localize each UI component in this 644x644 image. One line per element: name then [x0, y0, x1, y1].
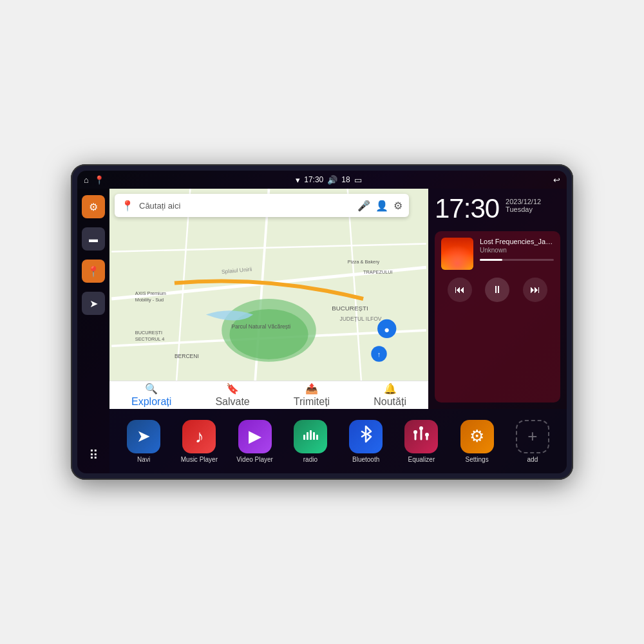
- album-art-bg: [441, 238, 473, 270]
- next-icon: ⏭: [530, 284, 540, 296]
- navi-icon: ➤: [137, 426, 151, 446]
- album-art: [441, 238, 473, 270]
- svg-point-35: [425, 433, 429, 437]
- app-video-player[interactable]: ▶ Video Player: [232, 420, 278, 463]
- app-equalizer[interactable]: Equalizer: [399, 420, 444, 463]
- app-settings[interactable]: ⚙ Settings: [455, 420, 500, 463]
- app-music-player[interactable]: ♪ Music Player: [176, 420, 222, 463]
- volume-icon: 🔊: [327, 175, 337, 185]
- back-icon[interactable]: ↩: [553, 175, 560, 185]
- map-panel[interactable]: Splaiul Unirii Parcul Natural Văcărești …: [109, 189, 428, 409]
- map-saved-btn[interactable]: 🔖 Salvate: [215, 383, 249, 408]
- battery-icon: ▭: [354, 175, 362, 185]
- equalizer-icon: [412, 425, 430, 448]
- prev-icon: ⏮: [455, 284, 465, 296]
- bluetooth-icon-bg: [349, 420, 383, 453]
- main-content: ⚙ ▬ 📍 ➤ ⠿: [77, 189, 567, 473]
- app-add[interactable]: + add: [510, 420, 555, 463]
- app-navi[interactable]: ➤ Navi: [121, 420, 166, 463]
- svg-text:SECTORUL 4: SECTORUL 4: [135, 336, 165, 342]
- navigation-icon: ➤: [90, 298, 98, 310]
- svg-text:Parcul Natural Văcărești: Parcul Natural Văcărești: [231, 323, 290, 330]
- settings-gear-icon: ⚙: [469, 426, 484, 446]
- clock-area: 17:30 2023/12/12 Tuesday: [435, 195, 560, 222]
- svg-text:●: ●: [384, 325, 390, 335]
- gear-icon: ⚙: [89, 201, 98, 213]
- map-explore-btn[interactable]: 🔍 Explorați: [131, 383, 171, 408]
- svg-text:AXIS Premium: AXIS Premium: [135, 290, 166, 296]
- svg-rect-28: [313, 432, 315, 440]
- music-controls: ⏮ ⏸ ⏭: [441, 278, 554, 302]
- map-search-actions: 🎤 👤 ⚙: [357, 200, 402, 212]
- add-icon: +: [527, 426, 537, 446]
- status-center: ▾ 17:30 🔊 18 ▭: [296, 175, 361, 185]
- svg-text:JUDEȚUL ILFOV: JUDEȚUL ILFOV: [339, 316, 381, 322]
- files-icon: ▬: [89, 234, 98, 244]
- next-track-btn[interactable]: ⏭: [523, 278, 547, 302]
- prev-track-btn[interactable]: ⏮: [448, 278, 472, 302]
- mic-icon[interactable]: 🎤: [357, 200, 370, 212]
- radio-wave-icon: [301, 426, 319, 448]
- map-search-placeholder[interactable]: Căutați aici: [139, 201, 352, 211]
- navi-label: Navi: [137, 456, 150, 463]
- status-right-icons: ↩: [553, 175, 560, 185]
- sidebar-files-btn[interactable]: ▬: [82, 227, 105, 251]
- settings-map-icon[interactable]: ⚙: [393, 200, 402, 212]
- music-player-label: Music Player: [181, 456, 218, 463]
- day-text: Tuesday: [506, 205, 541, 213]
- account-icon[interactable]: 👤: [375, 200, 388, 212]
- svg-text:BUCUREȘTI: BUCUREȘTI: [135, 330, 162, 336]
- map-share-btn[interactable]: 📤 Trimiteți: [294, 383, 330, 408]
- pause-icon: ⏸: [492, 284, 502, 296]
- svg-point-33: [419, 426, 423, 430]
- svg-point-31: [413, 430, 417, 434]
- share-icon: 📤: [305, 383, 318, 395]
- top-panels: Splaiul Unirii Parcul Natural Văcărești …: [109, 189, 567, 409]
- explore-label: Explorați: [131, 396, 171, 408]
- home-icon[interactable]: ⌂: [84, 175, 89, 185]
- status-left-icons: ⌂ 📍: [84, 175, 104, 185]
- sidebar: ⚙ ▬ 📍 ➤ ⠿: [77, 189, 109, 473]
- maps-icon[interactable]: 📍: [94, 175, 104, 185]
- right-panel: 17:30 2023/12/12 Tuesday: [428, 189, 567, 409]
- saved-icon: 🔖: [226, 383, 239, 395]
- status-number: 18: [341, 175, 350, 184]
- map-search-bar[interactable]: 📍 Căutați aici 🎤 👤 ⚙: [115, 194, 409, 217]
- date-text: 2023/12/12: [506, 198, 541, 205]
- clock-date-area: 2023/12/12 Tuesday: [506, 195, 541, 213]
- sidebar-settings-btn[interactable]: ⚙: [82, 195, 105, 218]
- svg-text:TRAPEZULUI: TRAPEZULUI: [363, 269, 393, 275]
- svg-rect-25: [303, 435, 305, 440]
- equalizer-label: Equalizer: [408, 456, 435, 463]
- location-icon: 📍: [87, 265, 100, 278]
- music-info: Lost Frequencies_Janie... Unknown: [441, 238, 554, 270]
- bluetooth-icon: [358, 425, 374, 448]
- map-news-btn[interactable]: 🔔 Noutăți: [374, 383, 406, 408]
- status-bar: ⌂ 📍 ▾ 17:30 🔊 18 ▭ ↩: [77, 171, 567, 189]
- bluetooth-label: Bluetooth: [352, 456, 379, 463]
- sidebar-maps-btn[interactable]: 📍: [82, 260, 105, 283]
- play-pause-btn[interactable]: ⏸: [485, 278, 509, 302]
- music-progress-bar[interactable]: [480, 259, 554, 261]
- news-label: Noutăți: [374, 396, 406, 408]
- video-player-icon-bg: ▶: [238, 420, 272, 453]
- map-bottom-bar: 🔍 Explorați 🔖 Salvate 📤 Trimiteți: [109, 381, 428, 409]
- wifi-icon: ▾: [296, 175, 300, 185]
- center-area: Splaiul Unirii Parcul Natural Văcărești …: [109, 189, 567, 473]
- music-player-icon-bg: ♪: [182, 420, 216, 453]
- music-title: Lost Frequencies_Janie...: [480, 238, 554, 245]
- settings-label: Settings: [466, 456, 489, 463]
- app-radio[interactable]: radio: [288, 420, 333, 463]
- status-time: 17:30: [304, 175, 323, 184]
- app-bluetooth[interactable]: Bluetooth: [343, 420, 388, 463]
- svg-rect-29: [316, 435, 318, 440]
- sidebar-grid-btn[interactable]: ⠿: [82, 444, 105, 467]
- svg-rect-26: [307, 432, 308, 440]
- settings-icon-bg: ⚙: [460, 420, 494, 453]
- music-progress-fill: [480, 259, 502, 261]
- news-icon: 🔔: [384, 383, 397, 395]
- sidebar-nav-btn[interactable]: ➤: [82, 292, 105, 315]
- google-maps-icon: 📍: [121, 200, 134, 212]
- music-artist: Unknown: [480, 247, 554, 254]
- svg-rect-27: [310, 430, 312, 440]
